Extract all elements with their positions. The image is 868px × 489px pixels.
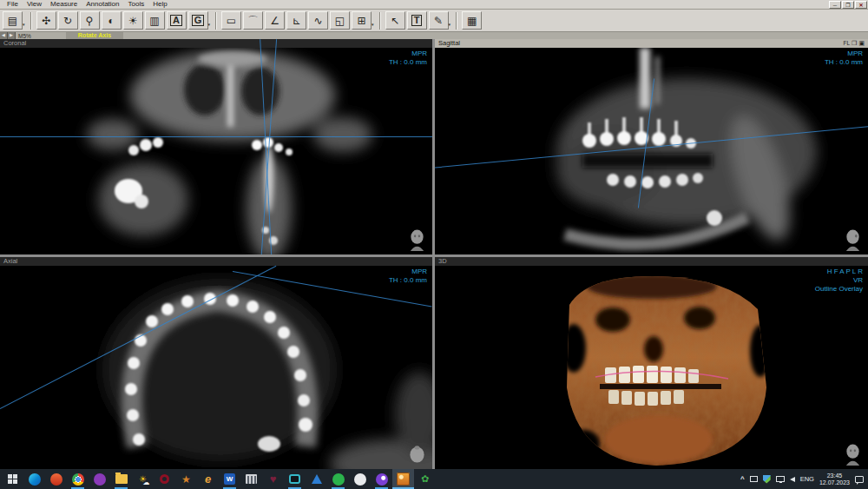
sagittal-canvas[interactable]: MPR TH : 0.0 mm — [435, 48, 868, 254]
tray-language-label[interactable]: ENG — [800, 475, 814, 483]
text-t-icon: T — [411, 15, 423, 26]
taskbar-edge-icon[interactable] — [23, 469, 45, 489]
prev-slice-button[interactable]: ◀ — [0, 32, 8, 39]
menu-file[interactable]: File — [3, 0, 23, 9]
tray-network-icon[interactable] — [776, 476, 785, 482]
taskbar-word-icon[interactable]: W — [219, 469, 240, 489]
sagittal-header[interactable]: Sagittal FL ❐ ▣ — [435, 39, 868, 48]
menu-tools[interactable]: Tools — [123, 0, 148, 9]
zoom-level-label: M5% — [18, 33, 31, 39]
layout-dropdown-icon[interactable]: ▾ — [372, 22, 374, 27]
taskbar-green-app-icon[interactable] — [327, 469, 349, 489]
tray-action-center-icon[interactable] — [855, 476, 864, 483]
taskbar-heart-app-icon[interactable]: ♥ — [262, 469, 284, 489]
taskbar-purple-app-icon[interactable] — [89, 469, 110, 489]
letter-g-icon: G — [192, 15, 205, 26]
zoom-tool-button[interactable]: ⚲ — [80, 11, 100, 30]
contrast-button[interactable]: ◐ — [102, 11, 122, 30]
close-button[interactable]: ✕ — [855, 1, 867, 9]
sagittal-tile-icon[interactable]: ❐ — [852, 40, 857, 47]
volume-3d-label: 3D — [438, 257, 447, 266]
sagittal-mode-label: MPR — [825, 50, 863, 58]
volume-3d-overlay-text: H F A P L R VR Outline Overlay — [815, 268, 863, 294]
nav-strip: ◀ ▶ M5% Rotate Axis — [0, 32, 868, 39]
volume-3d-viewport[interactable]: 3D — [435, 257, 868, 469]
axial-orientation-head-icon[interactable] — [408, 444, 426, 466]
axial-thickness-label: TH : 0.0 mm — [389, 276, 427, 285]
taskbar-imaging-app-icon[interactable] — [392, 469, 414, 489]
curve-measure-button[interactable]: ⌒ — [243, 11, 263, 30]
sagittal-viewport[interactable]: Sagittal FL ❐ ▣ — [435, 39, 868, 254]
sagittal-fl-label: FL — [844, 39, 851, 48]
tray-time-label: 23:45 — [819, 472, 850, 479]
taskbar-opera-icon[interactable] — [154, 469, 175, 489]
report-button[interactable]: ▤ — [3, 11, 23, 30]
angle-3point-button[interactable]: ⊾ — [286, 11, 306, 30]
taskbar-bank-app-icon[interactable] — [240, 469, 262, 489]
menu-help[interactable]: Help — [148, 0, 171, 9]
volume-3d-canvas[interactable]: H F A P L R VR Outline Overlay — [435, 266, 868, 469]
ruler-button[interactable]: ▭ — [221, 11, 241, 30]
tray-date-label: 12.07.2023 — [819, 479, 850, 486]
taskbar-star-app-icon[interactable]: ★ — [175, 469, 197, 489]
taskbar-weather-icon[interactable]: ☀ ☁ — [132, 469, 154, 489]
taskbar-cloud-app-icon[interactable] — [349, 469, 371, 489]
tray-volume-icon[interactable] — [790, 477, 795, 482]
grayscale-dropdown-icon[interactable]: ▾ — [208, 22, 211, 27]
menu-bar: File View Measure Annotation Tools Help … — [0, 0, 868, 10]
profile-button[interactable]: ∿ — [308, 11, 328, 30]
menu-measure[interactable]: Measure — [46, 0, 82, 9]
text-annotation-button[interactable]: T — [407, 11, 427, 30]
tray-chevron-up-icon[interactable]: ^ — [740, 475, 745, 483]
taskbar-drive-app-icon[interactable] — [306, 469, 327, 489]
taskbar-internet-explorer-icon[interactable]: e — [197, 469, 219, 489]
volume-overlay-label: Outline Overlay — [815, 285, 863, 294]
maximize-button[interactable]: ❐ — [842, 1, 854, 9]
coronal-horizontal-crosshair[interactable] — [0, 136, 432, 137]
layout-button[interactable]: ⊞ — [352, 11, 372, 30]
tray-display-icon[interactable] — [750, 476, 758, 482]
tray-clock[interactable]: 23:45 12.07.2023 — [819, 472, 850, 486]
sagittal-thickness-label: TH : 0.0 mm — [825, 58, 863, 67]
taskbar-wave-app-icon[interactable] — [371, 469, 392, 489]
axial-canvas[interactable]: MPR TH : 0.0 mm — [0, 266, 432, 469]
axial-viewport[interactable]: Axial — [0, 257, 432, 469]
next-slice-button[interactable]: ▶ — [8, 32, 16, 39]
coronal-canvas[interactable]: MPR TH : 0.0 mm — [0, 48, 432, 254]
taskbar-brave-icon[interactable] — [45, 469, 67, 489]
sagittal-orientation-head-icon[interactable] — [844, 229, 862, 251]
coronal-orientation-head-icon[interactable] — [408, 229, 426, 251]
taskbar-leaf-app-icon[interactable]: ✿ — [414, 469, 436, 489]
brightness-button[interactable]: ☀ — [123, 11, 143, 30]
sagittal-maximize-icon[interactable]: ▣ — [858, 40, 865, 47]
start-button[interactable] — [2, 469, 23, 489]
angle-measure-button[interactable]: ∠ — [265, 11, 285, 30]
implant-button[interactable]: ▦ — [462, 11, 482, 30]
crop-button[interactable]: ◱ — [330, 11, 350, 30]
annotation-a-button[interactable]: A — [167, 11, 187, 30]
menu-view[interactable]: View — [23, 0, 46, 9]
coronal-label: Coronal — [3, 39, 26, 48]
reset-button[interactable]: ✣ — [36, 11, 56, 30]
sagittal-ct-image — [435, 48, 868, 254]
axial-header[interactable]: Axial — [0, 257, 432, 266]
taskbar-file-explorer-icon[interactable] — [110, 469, 132, 489]
coronal-viewport[interactable]: Coronal — [0, 39, 432, 254]
minimize-button[interactable]: ─ — [829, 1, 841, 9]
pointer-button[interactable]: ↖ — [385, 11, 405, 30]
menu-annotation[interactable]: Annotation — [82, 0, 123, 9]
taskbar-chrome-icon[interactable] — [67, 469, 89, 489]
palette-button[interactable]: ▥ — [145, 11, 165, 30]
volume-3d-header[interactable]: 3D — [435, 257, 868, 266]
pencil-dropdown-icon[interactable]: ▾ — [449, 22, 451, 27]
report-dropdown-icon[interactable]: ▾ — [23, 22, 25, 27]
coronal-header[interactable]: Coronal — [0, 39, 432, 48]
volume-mode-label: VR — [815, 276, 863, 285]
grayscale-g-button[interactable]: G — [188, 11, 208, 30]
tray-defender-icon[interactable] — [763, 475, 771, 484]
rotate-button[interactable]: ↻ — [58, 11, 78, 30]
rotate-axis-mode-label[interactable]: Rotate Axis — [66, 32, 123, 39]
pencil-button[interactable]: ✎ — [429, 11, 449, 30]
taskbar-console-app-icon[interactable] — [284, 469, 306, 489]
volume-orientation-head-icon[interactable] — [844, 444, 862, 466]
